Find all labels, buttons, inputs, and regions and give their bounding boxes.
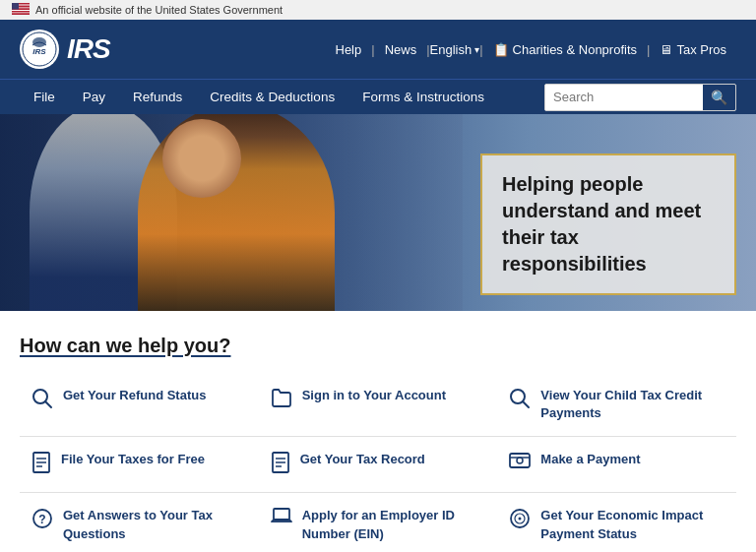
document-icon-2 bbox=[271, 452, 290, 478]
svg-rect-5 bbox=[12, 10, 30, 11]
search-icon-2 bbox=[509, 388, 531, 414]
ein-label: Apply for an Employer ID Number (EIN) bbox=[302, 507, 486, 542]
help-item-file-free[interactable]: File Your Taxes for Free bbox=[20, 437, 259, 493]
hero-banner: Helping people understand and meet their… bbox=[0, 114, 756, 311]
svg-rect-6 bbox=[12, 11, 30, 13]
hero-tagline: Helping people understand and meet their… bbox=[502, 171, 715, 277]
tax-pros-link[interactable]: 🖥 Tax Pros bbox=[650, 42, 736, 57]
header-nav: Help | News | English ▾ | 📋 Charities & … bbox=[326, 42, 737, 57]
language-label: English bbox=[430, 42, 472, 57]
search-button[interactable]: 🔍 bbox=[703, 85, 735, 110]
help-item-tax-questions[interactable]: ? Get Answers to Your Tax Questions bbox=[20, 493, 259, 552]
document-icon bbox=[32, 452, 51, 478]
svg-rect-9 bbox=[12, 3, 19, 10]
help-title: How can we help you? bbox=[20, 335, 736, 357]
tax-pros-icon: 🖥 bbox=[660, 42, 672, 57]
charities-icon: 📋 bbox=[493, 42, 509, 57]
sign-in-label: Sign in to Your Account bbox=[302, 387, 446, 404]
help-section: How can we help you? Get Your Refund Sta… bbox=[0, 311, 756, 552]
tax-record-label: Get Your Tax Record bbox=[300, 451, 425, 468]
help-item-economic-impact[interactable]: Get Your Economic Impact Payment Status bbox=[497, 493, 736, 552]
nav-file[interactable]: File bbox=[20, 80, 69, 114]
question-icon: ? bbox=[32, 508, 53, 534]
refund-status-label: Get Your Refund Status bbox=[63, 387, 206, 404]
irs-logo-text: IRS bbox=[67, 33, 110, 65]
svg-point-26 bbox=[517, 458, 523, 463]
file-free-label: File Your Taxes for Free bbox=[61, 451, 205, 468]
help-item-payment[interactable]: Make a Payment bbox=[497, 437, 736, 493]
charities-link[interactable]: 📋 Charities & Nonprofits bbox=[483, 42, 647, 57]
help-item-sign-in[interactable]: Sign in to Your Account bbox=[259, 373, 498, 437]
svg-rect-25 bbox=[510, 454, 530, 467]
economic-impact-label: Get Your Economic Impact Payment Status bbox=[540, 507, 724, 542]
child-tax-credit-label: View Your Child Tax Credit Payments bbox=[540, 387, 724, 422]
svg-text:?: ? bbox=[38, 513, 45, 526]
search-input[interactable] bbox=[545, 85, 703, 110]
help-link[interactable]: Help bbox=[326, 42, 372, 57]
nav-forms-instructions[interactable]: Forms & Instructions bbox=[348, 80, 498, 114]
tax-questions-label: Get Answers to Your Tax Questions bbox=[63, 507, 247, 542]
help-item-tax-record[interactable]: Get Your Tax Record bbox=[259, 437, 498, 493]
svg-point-34 bbox=[519, 518, 522, 521]
nav-links: File Pay Refunds Credits & Deductions Fo… bbox=[20, 80, 498, 114]
svg-rect-30 bbox=[274, 509, 289, 520]
payment-icon bbox=[509, 452, 531, 474]
search-icon: 🔍 bbox=[711, 90, 727, 105]
nav-refunds[interactable]: Refunds bbox=[119, 80, 196, 114]
svg-line-14 bbox=[45, 401, 51, 407]
hero-tagline-box: Helping people understand and meet their… bbox=[480, 153, 736, 295]
flag-icon bbox=[12, 3, 30, 17]
svg-text:IRS: IRS bbox=[32, 47, 46, 56]
nav-credits-deductions[interactable]: Credits & Deductions bbox=[196, 80, 348, 114]
language-dropdown[interactable]: English ▾ bbox=[430, 42, 480, 57]
gov-banner-text: An official website of the United States… bbox=[35, 4, 283, 16]
svg-line-16 bbox=[523, 401, 529, 407]
folder-icon bbox=[271, 388, 292, 412]
nav-pay[interactable]: Pay bbox=[69, 80, 119, 114]
laptop-icon bbox=[271, 508, 292, 530]
svg-rect-7 bbox=[12, 13, 30, 14]
shield-icon bbox=[509, 508, 531, 534]
help-item-ein[interactable]: Apply for an Employer ID Number (EIN) bbox=[259, 493, 498, 552]
search-box[interactable]: 🔍 bbox=[544, 84, 736, 111]
svg-rect-8 bbox=[12, 14, 30, 16]
news-link[interactable]: News bbox=[375, 42, 427, 57]
site-header: IRS IRS Help | News | English ▾ | 📋 Char… bbox=[0, 20, 756, 79]
search-icon bbox=[32, 388, 53, 414]
hero-image bbox=[0, 114, 463, 311]
payment-label: Make a Payment bbox=[540, 451, 640, 468]
help-item-child-tax-credit[interactable]: View Your Child Tax Credit Payments bbox=[497, 373, 736, 437]
irs-logo[interactable]: IRS IRS bbox=[20, 30, 110, 69]
help-item-refund-status[interactable]: Get Your Refund Status bbox=[20, 373, 259, 437]
help-grid: Get Your Refund Status Sign in to Your A… bbox=[20, 373, 736, 552]
eagle-icon: IRS bbox=[20, 30, 59, 69]
gov-banner: An official website of the United States… bbox=[0, 0, 756, 20]
main-nav: File Pay Refunds Credits & Deductions Fo… bbox=[0, 79, 756, 114]
